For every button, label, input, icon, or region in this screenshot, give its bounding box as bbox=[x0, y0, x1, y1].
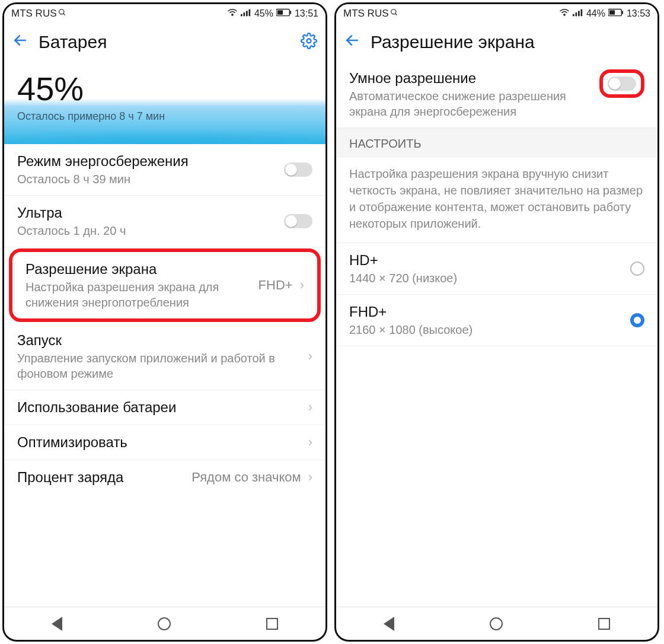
svg-point-2 bbox=[232, 14, 233, 15]
back-button[interactable] bbox=[12, 33, 28, 52]
row-optimize[interactable]: Оптимизировать › bbox=[4, 425, 325, 460]
settings-list: Режим энергосбережения Осталось 8 ч 39 м… bbox=[4, 144, 325, 607]
back-button[interactable] bbox=[344, 33, 360, 52]
battery-percent: 45% bbox=[17, 69, 312, 108]
settings-gear-icon[interactable] bbox=[301, 33, 317, 52]
app-bar: Разрешение экрана bbox=[336, 23, 657, 61]
svg-line-1 bbox=[63, 14, 65, 15]
chevron-right-icon: › bbox=[308, 470, 312, 485]
row-sub: Управление запуском приложений и работой… bbox=[17, 350, 301, 381]
row-title: Процент заряда bbox=[17, 468, 184, 486]
svg-rect-18 bbox=[580, 9, 582, 17]
nav-back-button[interactable] bbox=[384, 617, 394, 631]
svg-line-13 bbox=[395, 14, 397, 15]
carrier-label: MTS RUS bbox=[11, 8, 57, 20]
signal-icon bbox=[573, 8, 583, 19]
info-text: Настройка разрешения экрана вручную сниз… bbox=[336, 157, 657, 243]
svg-point-11 bbox=[307, 39, 311, 43]
row-fhd-option[interactable]: FHD+ 2160 × 1080 (высокое) bbox=[336, 295, 657, 346]
row-smart-resolution[interactable]: Умное разрешение Автоматическое снижение… bbox=[336, 61, 657, 128]
power-saving-toggle[interactable] bbox=[284, 162, 312, 177]
battery-hero: 45% Осталось примерно 8 ч 7 мин bbox=[4, 61, 325, 144]
battery-icon bbox=[276, 8, 292, 19]
row-battery-percent[interactable]: Процент заряда Рядом со значком › bbox=[4, 460, 325, 495]
svg-rect-5 bbox=[246, 11, 248, 16]
nav-bar bbox=[4, 607, 325, 640]
row-sub: 1440 × 720 (низкое) bbox=[349, 270, 623, 286]
smart-resolution-toggle[interactable] bbox=[608, 76, 636, 91]
battery-pct-label: 45% bbox=[254, 8, 273, 19]
wifi-icon bbox=[559, 8, 570, 19]
phone-right: MTS RUS 44% 13:53 Разрешение экрана bbox=[334, 2, 659, 642]
chevron-right-icon: › bbox=[300, 278, 304, 293]
status-bar: MTS RUS 44% 13:53 bbox=[336, 4, 657, 23]
search-icon bbox=[390, 8, 398, 20]
time-label: 13:53 bbox=[627, 8, 650, 19]
section-header-configure: НАСТРОИТЬ bbox=[336, 128, 657, 157]
ultra-toggle[interactable] bbox=[284, 214, 312, 228]
fhd-radio[interactable] bbox=[630, 313, 644, 327]
settings-list: Умное разрешение Автоматическое снижение… bbox=[336, 61, 657, 607]
page-title: Разрешение экрана bbox=[371, 32, 649, 52]
highlight-resolution: Разрешение экрана Настройка разрешения э… bbox=[9, 248, 321, 322]
percent-value: Рядом со значком bbox=[191, 470, 301, 485]
nav-recent-button[interactable] bbox=[266, 618, 278, 630]
svg-rect-15 bbox=[573, 14, 574, 17]
svg-rect-17 bbox=[578, 11, 580, 16]
row-title: FHD+ bbox=[349, 303, 623, 321]
row-sub: Осталось 8 ч 39 мин bbox=[17, 171, 277, 187]
nav-back-button[interactable] bbox=[52, 617, 62, 631]
resolution-value: FHD+ bbox=[258, 278, 293, 293]
svg-rect-8 bbox=[277, 10, 283, 14]
row-title: Использование батареи bbox=[17, 398, 301, 416]
nav-bar bbox=[336, 607, 657, 640]
carrier-label: MTS RUS bbox=[343, 8, 389, 20]
highlight-toggle bbox=[599, 69, 644, 98]
svg-rect-20 bbox=[609, 10, 615, 14]
nav-recent-button[interactable] bbox=[598, 618, 610, 630]
svg-rect-4 bbox=[243, 12, 245, 16]
wifi-icon bbox=[227, 8, 238, 19]
svg-rect-9 bbox=[290, 11, 291, 14]
svg-rect-3 bbox=[241, 14, 242, 17]
row-title: Ультра bbox=[17, 204, 277, 222]
chevron-right-icon: › bbox=[308, 400, 312, 415]
time-label: 13:51 bbox=[295, 8, 318, 19]
battery-icon bbox=[608, 8, 624, 19]
svg-point-0 bbox=[59, 9, 63, 14]
row-hd-option[interactable]: HD+ 1440 × 720 (низкое) bbox=[336, 243, 657, 295]
row-title: Режим энергосбережения bbox=[17, 152, 277, 170]
svg-point-12 bbox=[391, 9, 395, 14]
nav-home-button[interactable] bbox=[158, 617, 171, 630]
battery-pct-label: 44% bbox=[586, 8, 605, 19]
search-icon bbox=[58, 8, 66, 20]
hd-radio[interactable] bbox=[630, 262, 644, 276]
row-sub: Настройка разрешения экрана для снижения… bbox=[25, 279, 251, 310]
svg-rect-21 bbox=[622, 11, 623, 14]
status-bar: MTS RUS 45% 13:51 bbox=[4, 4, 325, 23]
row-sub: Автоматическое снижение разрешения экран… bbox=[349, 88, 588, 119]
row-launch[interactable]: Запуск Управление запуском приложений и … bbox=[4, 323, 325, 390]
app-bar: Батарея bbox=[4, 23, 325, 61]
row-title: HD+ bbox=[349, 251, 623, 269]
row-title: Запуск bbox=[17, 331, 301, 349]
row-ultra[interactable]: Ультра Осталось 1 дн. 20 ч bbox=[4, 196, 325, 247]
page-title: Батарея bbox=[39, 32, 290, 52]
row-battery-usage[interactable]: Использование батареи › bbox=[4, 390, 325, 425]
row-screen-resolution[interactable]: Разрешение экрана Настройка разрешения э… bbox=[12, 252, 317, 318]
signal-icon bbox=[241, 8, 251, 19]
battery-remaining: Осталось примерно 8 ч 7 мин bbox=[17, 110, 312, 123]
row-title: Оптимизировать bbox=[17, 433, 301, 451]
nav-home-button[interactable] bbox=[490, 617, 503, 630]
row-power-saving[interactable]: Режим энергосбережения Осталось 8 ч 39 м… bbox=[4, 144, 325, 196]
svg-point-14 bbox=[564, 14, 565, 15]
svg-rect-6 bbox=[248, 9, 250, 17]
row-title: Разрешение экрана bbox=[25, 260, 251, 278]
row-sub: 2160 × 1080 (высокое) bbox=[349, 322, 623, 337]
chevron-right-icon: › bbox=[308, 435, 312, 450]
row-sub: Осталось 1 дн. 20 ч bbox=[17, 223, 277, 238]
svg-rect-16 bbox=[575, 12, 577, 16]
chevron-right-icon: › bbox=[308, 349, 312, 364]
row-title: Умное разрешение bbox=[349, 69, 588, 87]
phone-left: MTS RUS 45% 13:51 Батарея bbox=[2, 2, 327, 642]
